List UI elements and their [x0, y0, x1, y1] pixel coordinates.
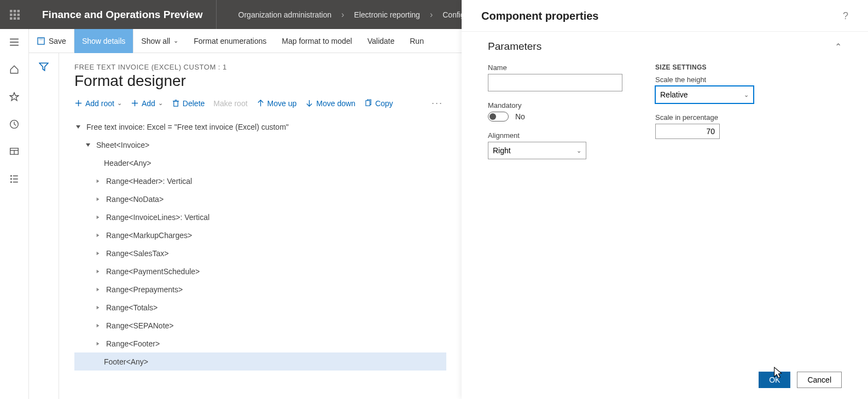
- tree-node[interactable]: Range<Prepayments>: [74, 280, 446, 298]
- tree-node[interactable]: Range<PaymentSchedule>: [74, 262, 446, 280]
- tree-node[interactable]: Range<InvoiceLines>: Vertical: [74, 208, 446, 226]
- chevron-up-icon[interactable]: ⌃: [835, 42, 842, 52]
- star-icon[interactable]: [8, 90, 21, 103]
- caret-right-icon[interactable]: [94, 268, 102, 275]
- delete-button[interactable]: Delete: [172, 99, 205, 108]
- tree-node[interactable]: Header<Any>: [74, 154, 446, 172]
- add-button[interactable]: Add ⌄: [131, 99, 163, 108]
- mandatory-value: No: [515, 112, 525, 121]
- tree-node-sheet[interactable]: Sheet<Invoice>: [74, 136, 446, 154]
- section-title: Parameters: [488, 41, 541, 53]
- validate-button[interactable]: Validate: [360, 29, 403, 53]
- mandatory-toggle[interactable]: [488, 112, 509, 122]
- tree-node-selected[interactable]: Footer<Any>: [74, 352, 446, 371]
- caret-right-icon[interactable]: [94, 177, 102, 185]
- app-title: Finance and Operations Preview: [29, 0, 217, 29]
- chevron-down-icon: ⌄: [744, 91, 749, 99]
- page-title: Format designer: [74, 72, 446, 90]
- fields: Name Mandatory No Alignment Right ⌄: [488, 63, 842, 169]
- svg-rect-23: [39, 38, 43, 40]
- tree-node[interactable]: Range<Header>: Vertical: [74, 172, 446, 190]
- save-label: Save: [49, 37, 66, 45]
- caret-right-icon[interactable]: [94, 195, 102, 203]
- designer-toolbar: Add root ⌄ Add ⌄ Delete Make root Move u…: [74, 97, 446, 109]
- chevron-down-icon: ⌄: [173, 37, 178, 44]
- hamburger-icon[interactable]: [8, 36, 21, 49]
- tree-node-root[interactable]: Free text invoice: Excel = "Free text in…: [74, 118, 446, 136]
- svg-rect-7: [13, 17, 16, 20]
- tree-node[interactable]: Range<NoData>: [74, 190, 446, 208]
- panel-footer: OK Cancel: [462, 365, 868, 399]
- svg-rect-3: [10, 13, 13, 16]
- svg-point-20: [11, 182, 11, 182]
- ok-button[interactable]: OK: [759, 372, 790, 388]
- breadcrumb-item[interactable]: Electronic reporting: [354, 10, 420, 19]
- show-all-label: Show all: [141, 37, 170, 45]
- tree-node[interactable]: Range<MarkupCharges>: [74, 226, 446, 244]
- svg-point-18: [11, 178, 11, 179]
- recent-icon[interactable]: [8, 118, 21, 131]
- map-format-button[interactable]: Map format to model: [274, 29, 359, 53]
- tree-node[interactable]: Range<Totals>: [74, 298, 446, 316]
- more-actions-button[interactable]: ···: [432, 97, 443, 109]
- caret-down-icon[interactable]: [74, 123, 82, 131]
- caret-right-icon[interactable]: [94, 322, 102, 329]
- svg-rect-1: [13, 10, 16, 13]
- panel-header: Component properties ?: [462, 0, 868, 32]
- svg-rect-6: [10, 17, 13, 20]
- size-settings-header: SIZE SETTINGS: [655, 63, 754, 71]
- name-label: Name: [488, 63, 622, 72]
- caret-right-icon[interactable]: [94, 232, 102, 239]
- waffle-icon[interactable]: [0, 0, 29, 29]
- name-input[interactable]: [488, 74, 622, 91]
- move-up-button[interactable]: Move up: [257, 99, 297, 108]
- mandatory-label: Mandatory: [488, 101, 622, 109]
- svg-point-16: [11, 176, 11, 176]
- chevron-right-icon: ›: [430, 10, 433, 20]
- main-content: FREE TEXT INVOICE (EXCEL) CUSTOM : 1 For…: [59, 53, 462, 399]
- caret-down-icon[interactable]: [84, 141, 92, 149]
- caret-right-icon[interactable]: [94, 213, 102, 221]
- copy-button[interactable]: Copy: [364, 99, 393, 108]
- chevron-down-icon: ⌄: [158, 100, 163, 107]
- command-bar: Save Show details Show all ⌄ Format enum…: [29, 29, 462, 53]
- caret-right-icon[interactable]: [94, 340, 102, 348]
- filter-icon[interactable]: [39, 62, 49, 399]
- list-icon[interactable]: [8, 172, 21, 186]
- chevron-down-icon: ⌄: [576, 147, 581, 154]
- run-button[interactable]: Run: [402, 29, 432, 53]
- left-nav-rail: [0, 29, 29, 399]
- caret-right-icon[interactable]: [94, 286, 102, 293]
- cancel-button[interactable]: Cancel: [797, 372, 842, 388]
- scale-height-value: Relative: [660, 90, 688, 99]
- chevron-down-icon: ⌄: [117, 100, 122, 107]
- tree-node[interactable]: Range<Footer>: [74, 334, 446, 352]
- caret-right-icon[interactable]: [94, 304, 102, 311]
- home-icon[interactable]: [8, 63, 21, 76]
- scale-pct-input[interactable]: [655, 124, 720, 139]
- format-enumerations-button[interactable]: Format enumerations: [186, 29, 274, 53]
- tree-node[interactable]: Range<SalesTax>: [74, 244, 446, 262]
- scale-pct-label: Scale in percentage: [655, 113, 754, 122]
- section-header[interactable]: Parameters ⌃: [488, 41, 842, 53]
- help-icon[interactable]: ?: [843, 10, 848, 22]
- tree-node[interactable]: Range<SEPANote>: [74, 316, 446, 334]
- chevron-right-icon: ›: [341, 10, 344, 20]
- show-details-label: Show details: [82, 37, 125, 45]
- save-button[interactable]: Save: [29, 29, 74, 53]
- show-details-button[interactable]: Show details: [74, 29, 133, 53]
- workspace-icon[interactable]: [8, 145, 21, 158]
- caret-right-icon[interactable]: [94, 250, 102, 257]
- breadcrumb-item[interactable]: Organization administration: [238, 10, 331, 19]
- add-root-button[interactable]: Add root ⌄: [74, 99, 122, 108]
- svg-rect-5: [17, 13, 20, 16]
- scale-height-select[interactable]: Relative ⌄: [655, 86, 754, 103]
- make-root-button: Make root: [213, 99, 247, 108]
- scale-height-label: Scale the height: [655, 76, 754, 84]
- properties-panel: Component properties ? Parameters ⌃ Name…: [462, 0, 868, 399]
- move-down-button[interactable]: Move down: [305, 99, 356, 108]
- config-path: FREE TEXT INVOICE (EXCEL) CUSTOM : 1: [74, 63, 446, 71]
- show-all-button[interactable]: Show all ⌄: [133, 29, 186, 53]
- svg-rect-31: [366, 101, 370, 106]
- alignment-select[interactable]: Right ⌄: [488, 142, 586, 159]
